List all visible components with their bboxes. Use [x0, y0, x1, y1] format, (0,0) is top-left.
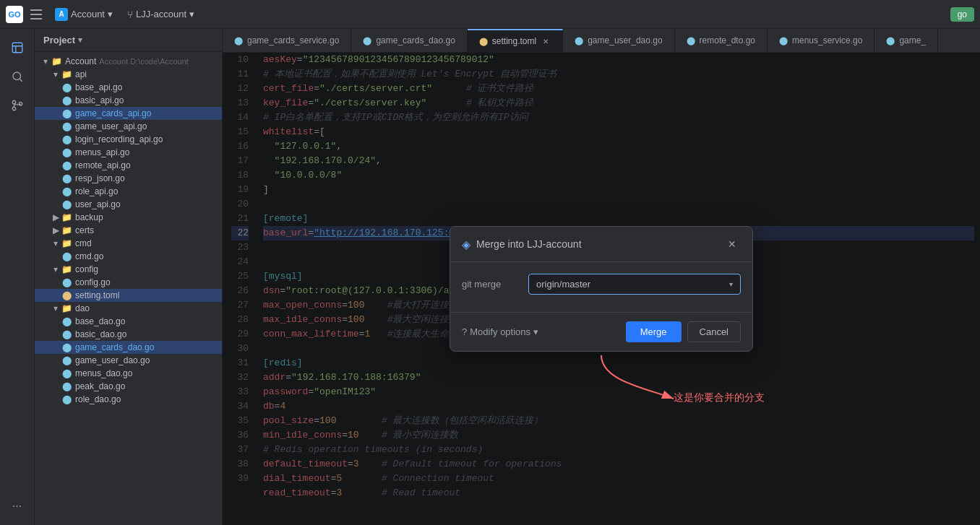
sidebar-item-cmd-go[interactable]: ⬤ cmd.go [35, 250, 222, 263]
dialog-actions: Merge Cancel [626, 321, 741, 342]
branch-menu[interactable]: ⑂ LJJ-account ▾ [121, 6, 200, 23]
more-icon[interactable]: ··· [4, 493, 30, 519]
tab-label: setting.toml [492, 36, 536, 46]
sidebar-item-label: backup [75, 212, 103, 222]
sidebar-item-role-dao[interactable]: ⬤ role_dao.go [35, 393, 222, 406]
icon-bar: ··· [0, 29, 35, 525]
sidebar-item-cmd[interactable]: ▾ 📁 cmd [35, 237, 222, 250]
account-menu[interactable]: A Account ▾ [49, 5, 119, 24]
sidebar-item-peak-dao[interactable]: ⬤ peak_dao.go [35, 380, 222, 393]
tab-label: menus_service.go [792, 35, 862, 45]
sidebar-item-config-go[interactable]: ⬤ config.go [35, 276, 222, 289]
tab-game-user-dao[interactable]: ⬤ game_user_dao.go [563, 29, 674, 52]
branch-label: LJJ-account [136, 9, 186, 19]
file-icon: ⬤ [61, 368, 72, 378]
file-icon: ⬤ [61, 82, 72, 92]
sidebar-item-base-api[interactable]: ⬤ base_api.go [35, 81, 222, 94]
tab-remote-dto[interactable]: ⬤ remote_dto.go [675, 29, 768, 52]
sidebar-item-menus-dao[interactable]: ⬤ menus_dao.go [35, 367, 222, 380]
top-bar: GO A Account ▾ ⑂ LJJ-account ▾ go [0, 0, 980, 29]
sidebar-item-dao[interactable]: ▾ 📁 dao [35, 302, 222, 315]
sidebar-item-user-api[interactable]: ⬤ user_api.go [35, 198, 222, 211]
tree-arrow: ▾ [51, 238, 61, 248]
sidebar-item-menus-api[interactable]: ⬤ menus_api.go [35, 146, 222, 159]
sidebar-tree: ▾ 📁 Account Account D:\code\Account ▾ 📁 … [35, 52, 222, 525]
tab-game[interactable]: ⬤ game_ [874, 29, 938, 52]
sidebar-item-label: role_api.go [75, 186, 118, 196]
tree-arrow: ▾ [51, 264, 61, 274]
tab-icon: ⬤ [886, 36, 895, 45]
sidebar-item-label: cmd [75, 238, 92, 248]
file-icon: ⬤ [61, 290, 72, 300]
tab-setting-toml[interactable]: ⬤ setting.toml ✕ [468, 29, 563, 52]
sidebar-item-game-cards-api[interactable]: ⬤ game_cards_api.go [35, 107, 222, 120]
file-icon: ⬤ [61, 316, 72, 326]
file-icon: ⬤ [61, 394, 72, 404]
go-button[interactable]: go [950, 7, 974, 22]
sidebar-item-game-cards-dao[interactable]: ⬤ game_cards_dao.go [35, 341, 222, 354]
sidebar-item-base-dao[interactable]: ⬤ base_dao.go [35, 315, 222, 328]
dialog-dropdown-arrow: ▾ [729, 280, 733, 288]
tab-game-cards-dao[interactable]: ⬤ game_cards_dao.go [351, 29, 467, 52]
sidebar-item-resp-json[interactable]: ⬤ resp_json.go [35, 172, 222, 185]
sidebar-item-config[interactable]: ▾ 📁 config [35, 263, 222, 276]
file-icon: ⬤ [61, 121, 72, 131]
modify-arrow-icon: ▾ [533, 326, 538, 337]
merge-button[interactable]: Merge [626, 321, 682, 342]
sidebar-item-setting-toml[interactable]: ⬤ setting.toml [35, 289, 222, 302]
sidebar-item-label: resp_json.go [75, 173, 125, 183]
sidebar-item-api[interactable]: ▾ 📁 api [35, 68, 222, 81]
search-icon[interactable] [4, 64, 30, 90]
main-layout: ··· Project ▾ ▾ 📁 Account Account D:\cod… [0, 29, 980, 525]
sidebar-item-label: dao [75, 303, 90, 313]
folder-icon: 📁 [61, 225, 72, 235]
hamburger-menu[interactable] [26, 4, 46, 25]
vcs-icon[interactable] [4, 92, 30, 118]
folder-icon: 📁 [61, 238, 72, 248]
sidebar-item-login-api[interactable]: ⬤ login_recording_api.go [35, 133, 222, 146]
sidebar-item-basic-api[interactable]: ⬤ basic_api.go [35, 94, 222, 107]
tab-icon: ⬤ [234, 36, 243, 45]
tab-close-button[interactable]: ✕ [541, 36, 551, 46]
dialog-modify-options[interactable]: ? Modify options ▾ [462, 326, 538, 337]
file-icon: ⬤ [61, 147, 72, 157]
sidebar-item-backup[interactable]: ▶ 📁 backup [35, 211, 222, 224]
tab-menus-service[interactable]: ⬤ menus_service.go [768, 29, 874, 52]
dialog-overlay: ◈ Merge into LJJ-account ✕ git merge ori… [223, 53, 980, 525]
file-icon: ⬤ [61, 173, 72, 183]
tab-label: game_ [899, 35, 926, 45]
sidebar-item-game-user-dao[interactable]: ⬤ game_user_dao.go [35, 354, 222, 367]
folder-icon: 📁 [61, 303, 72, 313]
sidebar-item-label: cmd.go [75, 251, 103, 261]
sidebar-item-remote-api[interactable]: ⬤ remote_api.go [35, 159, 222, 172]
sidebar-item-label: basic_api.go [75, 95, 124, 105]
sidebar-title: Project [43, 35, 75, 45]
cancel-button[interactable]: Cancel [687, 321, 741, 342]
sidebar-item-label: config.go [75, 277, 111, 287]
sidebar-item-label: setting.toml [75, 290, 119, 300]
sidebar-item-label: game_user_api.go [75, 121, 147, 131]
tree-arrow: ▶ [51, 225, 61, 235]
file-icon: ⬤ [61, 329, 72, 339]
sidebar-item-basic-dao[interactable]: ⬤ basic_dao.go [35, 328, 222, 341]
sidebar-item-certs[interactable]: ▶ 📁 certs [35, 224, 222, 237]
annotation-arrow-svg [558, 352, 645, 409]
dialog-title-bar: ◈ Merge into LJJ-account ✕ [450, 227, 752, 262]
tree-root[interactable]: ▾ 📁 Account Account D:\code\Account [35, 55, 222, 68]
tab-label: game_cards_dao.go [376, 35, 455, 45]
sidebar-item-label: remote_api.go [75, 160, 131, 170]
dialog-input[interactable]: origin/master ▾ [528, 274, 741, 295]
explorer-icon[interactable] [4, 35, 30, 61]
file-icon: ⬤ [61, 108, 72, 118]
account-dropdown-icon: ▾ [108, 9, 113, 19]
dialog-go-icon: ◈ [462, 238, 470, 251]
dialog-input-value: origin/master [536, 279, 729, 290]
sidebar-item-label: game_cards_api.go [75, 108, 151, 118]
dialog-close-button[interactable]: ✕ [723, 235, 741, 253]
tab-game-cards-service[interactable]: ⬤ game_cards_service.go [223, 29, 351, 52]
sidebar-item-role-api[interactable]: ⬤ role_api.go [35, 185, 222, 198]
folder-icon: 📁 [61, 212, 72, 222]
sidebar: Project ▾ ▾ 📁 Account Account D:\code\Ac… [35, 29, 223, 525]
dialog-body: git merge origin/master ▾ [450, 262, 752, 312]
sidebar-item-game-user-api[interactable]: ⬤ game_user_api.go [35, 120, 222, 133]
